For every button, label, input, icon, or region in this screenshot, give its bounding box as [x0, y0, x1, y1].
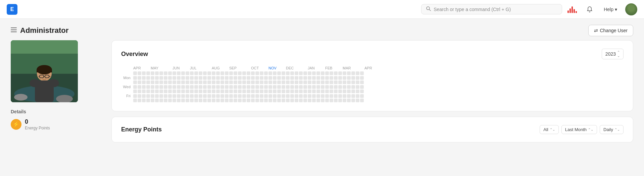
change-user-label: Change User [600, 28, 628, 33]
heatmap-cell [325, 94, 329, 98]
heatmap-cell [343, 99, 346, 102]
heatmap-cell [295, 90, 298, 93]
right-panel: Overview 2023 ⌃⌄ APRMAYJUNJULAUGSEPOCTNO… [111, 40, 633, 142]
heatmap-cell [251, 90, 255, 93]
filter-daily-label: Daily [603, 127, 613, 132]
heatmap-cell [334, 76, 338, 80]
change-user-button[interactable]: ⇄ Change User [588, 25, 634, 36]
filter-lastmonth-button[interactable]: Last Month ⌃⌄ [561, 125, 597, 134]
day-label: Fri [121, 94, 133, 98]
heatmap-cell [207, 85, 211, 89]
heatmap-cell [325, 71, 329, 75]
heatmap-cell [251, 71, 255, 75]
heatmap-cell [138, 99, 141, 102]
heatmap-cell [164, 71, 167, 75]
heatmap-cell [229, 94, 233, 98]
heatmap-cell [299, 85, 303, 89]
heatmap-cell [181, 80, 185, 84]
heatmap-cell [330, 94, 333, 98]
heatmap-cell [268, 80, 272, 84]
heatmap-cell [151, 71, 154, 75]
sidebar-toggle-icon[interactable] [11, 27, 17, 34]
heatmap-cell [277, 90, 281, 93]
overview-title: Overview [121, 51, 148, 58]
heatmap-cell [303, 99, 307, 102]
heatmap-cell [356, 85, 359, 89]
filter-all-button[interactable]: All ⌃⌄ [540, 125, 558, 134]
heatmap-cell [194, 90, 198, 93]
heatmap-cell [273, 94, 277, 98]
heatmap-cell [194, 94, 198, 98]
heatmap-cell [299, 90, 303, 93]
bar4 [574, 9, 575, 13]
heatmap-cell [242, 85, 246, 89]
heatmap-cell [321, 71, 325, 75]
heatmap-cell [168, 71, 172, 75]
page-header-left: Administrator [11, 26, 68, 35]
heatmap-cell [159, 71, 163, 75]
heatmap-cell [277, 80, 281, 84]
heatmap-cell [164, 99, 167, 102]
heatmap-cell [255, 80, 259, 84]
heatmap-cell [308, 99, 311, 102]
heatmap-cell [330, 99, 333, 102]
svg-point-20 [30, 79, 40, 87]
heatmap-cell [146, 71, 150, 75]
heatmap-cell [238, 80, 242, 84]
heatmap-cell [229, 99, 233, 102]
heatmap-day-row [121, 90, 624, 93]
heatmap-cell [181, 76, 185, 80]
svg-rect-3 [11, 30, 17, 30]
app-logo[interactable]: E [7, 4, 17, 15]
energy-card-title: Energy Points [121, 126, 162, 133]
heatmap-cell [321, 90, 325, 93]
heatmap-cell [321, 85, 325, 89]
heatmap-cell [242, 76, 246, 80]
filter-daily-button[interactable]: Daily ⌃⌄ [600, 125, 624, 134]
help-chevron: ▾ [615, 7, 617, 12]
heatmap-cell [282, 76, 285, 80]
month-label-apr: APR [133, 66, 151, 70]
user-avatar[interactable] [625, 3, 637, 15]
heatmap-cell [203, 99, 207, 102]
notifications-button[interactable] [584, 3, 596, 15]
heatmap-cell [146, 80, 150, 84]
heatmap-cell [242, 99, 246, 102]
heatmap-cell [212, 76, 215, 80]
heatmap-cell [203, 94, 207, 98]
heatmap-cell [220, 71, 224, 75]
heatmap-cell [194, 85, 198, 89]
heatmap-cell [225, 99, 229, 102]
heatmap-cell [220, 94, 224, 98]
month-label-mar: MAR [343, 66, 364, 70]
heatmap-cell [242, 94, 246, 98]
heatmap-cell [316, 80, 320, 84]
heatmap-cell [277, 85, 281, 89]
heatmap-cell [225, 90, 229, 93]
heatmap-cell [260, 71, 263, 75]
heatmap-day-row: Fri [121, 94, 624, 98]
heatmap-cell [268, 94, 272, 98]
heatmap-cell [159, 94, 163, 98]
heatmap-cell [260, 85, 263, 89]
activity-icon-button[interactable] [566, 3, 578, 15]
heatmap-cell [264, 85, 268, 89]
heatmap-cell [181, 99, 185, 102]
heatmap-cell [142, 85, 146, 89]
energy-info: 0 Energy Points [25, 118, 50, 130]
month-label-may: MAY [151, 66, 172, 70]
heatmap-cell [338, 94, 342, 98]
heatmap-cell [181, 71, 185, 75]
heatmap-cell [216, 90, 220, 93]
heatmap-cell [212, 90, 215, 93]
heatmap-cell [138, 76, 141, 80]
page-header: Administrator ⇄ Change User [0, 19, 644, 40]
heatmap-cell [203, 76, 207, 80]
year-selector[interactable]: 2023 ⌃⌄ [602, 49, 624, 59]
heatmap-cell [199, 94, 202, 98]
heatmap-cell [334, 90, 338, 93]
activity-icon [567, 6, 577, 13]
search-bar[interactable]: Search or type a command (Ctrl + G) [421, 4, 562, 14]
help-button[interactable]: Help ▾ [601, 5, 620, 14]
svg-point-21 [48, 79, 59, 87]
